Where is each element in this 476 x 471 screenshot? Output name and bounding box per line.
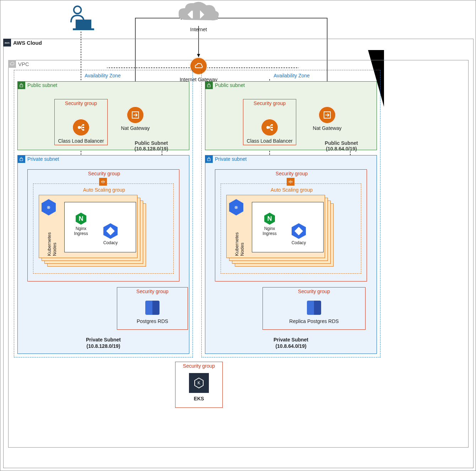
public-subnet-left-badge: Public subnet — [27, 82, 57, 88]
nat-gateway-icon-left — [126, 106, 144, 124]
svg-point-6 — [74, 6, 81, 14]
clb-sg-right-label: Security group — [254, 100, 286, 106]
svg-rect-11 — [20, 85, 23, 87]
private-subnet-left-title: Private Subnet — [86, 337, 121, 343]
svg-rect-13 — [82, 124, 84, 126]
internet-label: Internet — [190, 27, 207, 32]
svg-point-19 — [266, 126, 269, 129]
az-left-label: Availability Zone — [85, 73, 121, 78]
codacy-left-label: Codacy — [103, 240, 118, 245]
nat-left-label: Nat Gateway — [121, 125, 150, 131]
nat-gateway-icon-right — [318, 106, 336, 124]
svg-rect-22 — [271, 129, 273, 131]
rds-sg-right-label: Security group — [298, 289, 330, 294]
clb-left-label: Class Load Balancer — [58, 138, 104, 144]
user-icon — [66, 4, 96, 32]
svg-rect-14 — [82, 127, 84, 128]
svg-rect-18 — [207, 85, 210, 87]
clb-right-label: Class Load Balancer — [247, 138, 292, 144]
k8-nodes-left-label: Kubernetes Nodes — [47, 220, 57, 256]
rds-left-label: Postgres RDS — [137, 318, 168, 324]
nginx-left-label: Nginx Ingress — [74, 226, 88, 236]
svg-rect-8 — [73, 28, 94, 30]
svg-rect-15 — [82, 129, 84, 131]
private-subnet-right-cidr: (10.8.64.0/19) — [275, 343, 306, 349]
rds-icon — [307, 299, 321, 316]
asg-left-label: Auto Scaling group — [83, 187, 125, 193]
diagram-canvas: Internet aws AWS Cloud VPC Internet Gate… — [0, 0, 476, 471]
asg-sg-left-label: Security group — [88, 171, 120, 176]
lock-icon — [205, 81, 213, 89]
svg-rect-17 — [20, 159, 23, 161]
clb-icon-right — [261, 119, 278, 136]
aws-cloud-label: AWS Cloud — [13, 40, 42, 46]
asg-sg-right-label: Security group — [276, 171, 308, 176]
az-right-label: Availability Zone — [274, 73, 310, 78]
public-subnet-left-cidr: (10.8.128.0/19) — [135, 146, 168, 152]
rds-sg-left-label: Security group — [136, 289, 168, 294]
vpc-label: VPC — [18, 61, 29, 67]
public-subnet-left-title: Public Subnet — [135, 140, 168, 146]
private-subnet-right-badge: Private subnet — [215, 156, 247, 162]
svg-rect-24 — [207, 159, 210, 161]
lock-icon — [205, 155, 213, 163]
private-subnet-right-title: Private Subnet — [274, 337, 308, 343]
svg-rect-21 — [271, 127, 273, 128]
internet-cloud-icon — [175, 0, 221, 26]
rds-icon — [145, 299, 159, 316]
private-subnet-left-cidr: (10.8.128.0/19) — [87, 343, 120, 349]
aws-logo-icon: aws — [3, 39, 11, 46]
eks-sg-label: Security group — [183, 363, 215, 369]
asg-icon — [287, 178, 294, 186]
vpc-icon — [8, 60, 16, 68]
clb-sg-left-label: Security group — [65, 100, 97, 106]
public-subnet-right-cidr: (10.8.64.0/19) — [326, 146, 357, 152]
rds-right-label: Replica Postgres RDS — [289, 318, 339, 324]
eks-icon: K — [189, 373, 209, 393]
svg-rect-20 — [271, 124, 273, 126]
asg-icon — [99, 178, 107, 186]
lock-icon — [17, 155, 25, 163]
asg-right-label: Auto Scaling group — [271, 187, 313, 193]
lock-icon — [17, 81, 25, 89]
codacy-right-label: Codacy — [292, 240, 306, 245]
svg-rect-7 — [76, 20, 91, 29]
public-subnet-right-badge: Public subnet — [215, 82, 245, 88]
nat-right-label: Nat Gateway — [313, 125, 342, 131]
private-subnet-left-badge: Private subnet — [27, 156, 59, 162]
public-subnet-right-title: Public Subnet — [325, 140, 358, 146]
nginx-right-label: Nginx Ingress — [263, 226, 276, 236]
eks-label: EKS — [194, 396, 204, 401]
svg-text:K: K — [198, 380, 200, 385]
svg-point-12 — [78, 126, 81, 129]
k8-nodes-right-label: Kubernetes Nodes — [234, 220, 245, 256]
clb-icon-left — [72, 119, 90, 136]
